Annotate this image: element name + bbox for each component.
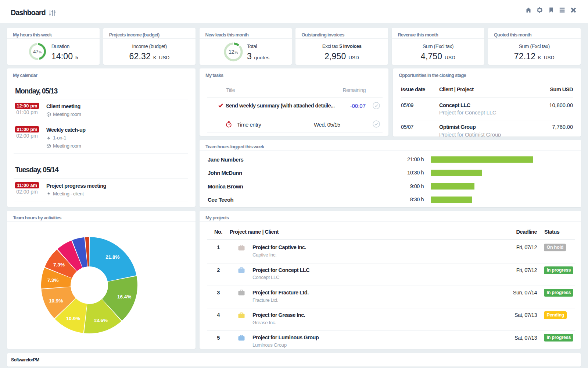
svg-text:10.9%: 10.9% xyxy=(49,298,63,304)
svg-text:10.9%: 10.9% xyxy=(66,316,80,321)
svg-text:7.3%: 7.3% xyxy=(53,262,65,268)
svg-text:13.6%: 13.6% xyxy=(94,318,108,323)
svg-text:%: % xyxy=(39,50,42,54)
svg-text:12: 12 xyxy=(228,49,234,55)
svg-text:16.4%: 16.4% xyxy=(117,294,131,300)
svg-text:%: % xyxy=(234,50,238,54)
svg-text:21.8%: 21.8% xyxy=(105,254,119,260)
svg-text:7.3%: 7.3% xyxy=(47,277,59,283)
svg-text:47: 47 xyxy=(33,49,38,54)
